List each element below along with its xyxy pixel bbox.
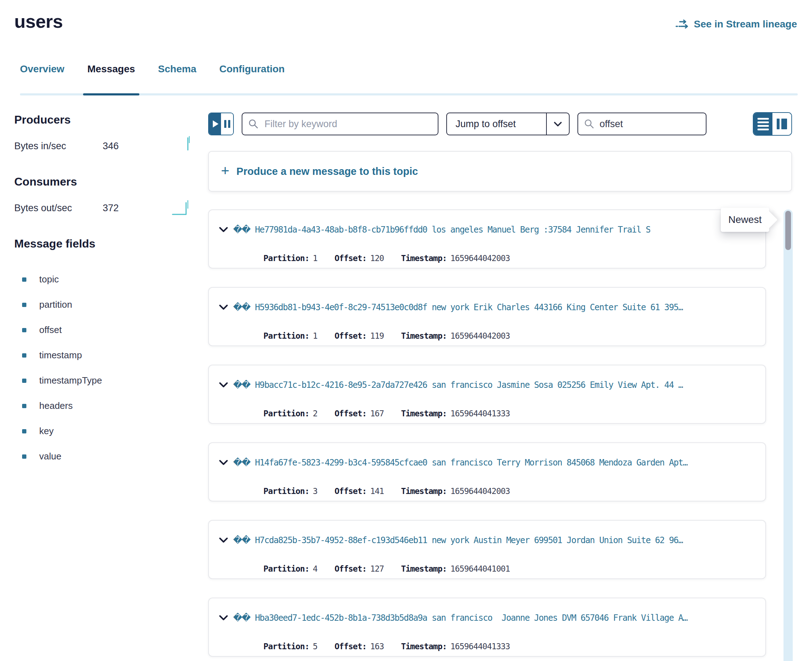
message-field-partition[interactable]: partition <box>14 292 208 317</box>
message-field-label: offset <box>39 324 62 335</box>
produce-message-button[interactable]: + Produce a new message to this topic <box>208 151 792 192</box>
message-list-scrollbar[interactable] <box>783 209 793 661</box>
tab-configuration[interactable]: Configuration <box>219 63 285 84</box>
message-meta: Partition:1Offset:119Timestamp:165964404… <box>236 322 510 346</box>
timestamp-label: Timestamp: <box>401 331 447 340</box>
offset-search-field <box>577 113 706 135</box>
newest-tooltip: Newest <box>721 208 769 232</box>
chevron-down-icon[interactable] <box>219 615 228 621</box>
message-field-label: key <box>39 426 53 437</box>
partition-label: Partition: <box>263 642 309 651</box>
offset-label: Offset: <box>334 642 367 651</box>
sidebar: Producers Bytes in/sec 346 Consumers Byt… <box>0 96 208 661</box>
jump-to-offset-select[interactable]: Jump to offset <box>446 113 570 135</box>
view-mode-toggle[interactable] <box>753 112 792 136</box>
play-button[interactable] <box>209 113 221 135</box>
message-field-timestamp[interactable]: timestamp <box>14 343 208 368</box>
lineage-arrow-icon <box>676 19 690 30</box>
produce-message-label: Produce a new message to this topic <box>236 166 418 177</box>
partition-value: 2 <box>313 409 318 418</box>
chevron-down-icon[interactable] <box>219 227 228 233</box>
message-field-topic[interactable]: topic <box>14 267 208 292</box>
chevron-down-icon[interactable] <box>219 382 228 388</box>
timestamp-label: Timestamp: <box>401 254 447 263</box>
replacement-glyphs: �� <box>233 457 250 468</box>
partition-value: 4 <box>313 564 318 573</box>
message-field-label: partition <box>39 299 72 310</box>
tab-messages[interactable]: Messages <box>87 63 135 84</box>
split-view-button[interactable] <box>772 113 791 135</box>
messages-toolbar: Jump to offset <box>208 113 792 135</box>
scrollbar-thumb[interactable] <box>785 211 791 250</box>
tab-schema[interactable]: Schema <box>158 63 196 84</box>
timestamp-value: 1659644041001 <box>450 564 510 573</box>
message-row[interactable]: �� H7cda825b-35b7-4952-88ef-c193d546eb11… <box>208 520 766 579</box>
partition-value: 1 <box>313 331 318 340</box>
message-meta: Partition:5Offset:163Timestamp:165964404… <box>236 632 510 657</box>
message-field-key[interactable]: key <box>14 418 208 444</box>
bullet-icon <box>22 429 26 433</box>
message-meta: Partition:1Offset:120Timestamp:165964404… <box>236 244 510 268</box>
replacement-glyphs: �� <box>233 613 250 623</box>
timestamp-label: Timestamp: <box>401 487 447 496</box>
chevron-down-icon[interactable] <box>547 113 569 135</box>
plus-icon: + <box>221 163 229 178</box>
tab-overview[interactable]: Overview <box>20 63 64 84</box>
filter-keyword-input[interactable] <box>242 113 439 135</box>
tab-bar: Overview Messages Schema Configuration <box>0 53 812 96</box>
play-pause-toggle[interactable] <box>208 113 234 135</box>
offset-label: Offset: <box>334 331 367 340</box>
split-view-icon <box>777 118 780 129</box>
replacement-glyphs: �� <box>233 380 250 390</box>
bullet-icon <box>22 353 26 358</box>
message-row[interactable]: �� He77981da-4a43-48ab-b8f8-cb71b96ffdd0… <box>208 209 766 268</box>
timestamp-value: 1659644041333 <box>450 642 510 651</box>
timestamp-value: 1659644041333 <box>450 409 510 418</box>
bytes-out-value: 372 <box>103 203 119 214</box>
offset-label: Offset: <box>334 409 367 418</box>
message-meta: Partition:4Offset:127Timestamp:165964404… <box>236 555 510 579</box>
bullet-icon <box>22 303 26 307</box>
timestamp-label: Timestamp: <box>401 409 447 418</box>
pause-button[interactable] <box>221 113 233 135</box>
message-row[interactable]: �� Hba30eed7-1edc-452b-8b1a-738d3b5d8a9a… <box>208 598 766 657</box>
chevron-down-icon[interactable] <box>219 460 228 465</box>
replacement-glyphs: �� <box>233 302 250 312</box>
offset-value: 163 <box>370 642 384 651</box>
timestamp-value: 1659644042003 <box>450 254 510 263</box>
message-field-label: topic <box>39 274 59 285</box>
consumers-heading: Consumers <box>14 175 208 188</box>
message-field-headers[interactable]: headers <box>14 393 208 418</box>
newest-tooltip-label: Newest <box>728 214 761 225</box>
chevron-down-icon[interactable] <box>219 537 228 543</box>
offset-value: 141 <box>370 487 384 496</box>
message-field-timestampType[interactable]: timestampType <box>14 368 208 393</box>
message-summary: He77981da-4a43-48ab-b8f8-cb71b96ffdd0 lo… <box>255 225 650 235</box>
search-icon <box>248 118 259 129</box>
bullet-icon <box>22 404 26 408</box>
message-fields-heading: Message fields <box>14 237 208 251</box>
message-list: �� He77981da-4a43-48ab-b8f8-cb71b96ffdd0… <box>208 209 766 657</box>
timestamp-label: Timestamp: <box>401 642 447 651</box>
replacement-glyphs: �� <box>233 224 250 235</box>
chevron-down-icon[interactable] <box>219 304 228 310</box>
message-row[interactable]: �� H14fa67fe-5823-4299-b3c4-595845cfcae0… <box>208 442 766 501</box>
partition-label: Partition: <box>263 254 309 263</box>
message-fields-section: Message fields topic partition offset ti… <box>14 237 208 469</box>
message-row[interactable]: �� H9bacc71c-b12c-4216-8e95-2a7da727e426… <box>208 365 766 424</box>
message-field-value[interactable]: value <box>14 444 208 469</box>
partition-label: Partition: <box>263 409 309 418</box>
message-field-offset[interactable]: offset <box>14 317 208 343</box>
offset-search-input[interactable] <box>577 113 706 135</box>
filter-field <box>242 113 439 135</box>
message-summary: H7cda825b-35b7-4952-88ef-c193d546eb11 ne… <box>255 535 683 545</box>
topic-page: users See in Stream lineage Overview Mes… <box>0 0 812 661</box>
producers-heading: Producers <box>14 113 208 126</box>
message-row[interactable]: �� H5936db81-b943-4e0f-8c29-74513e0c0d8f… <box>208 287 766 346</box>
stream-lineage-link[interactable]: See in Stream lineage <box>676 19 797 30</box>
bullet-icon <box>22 278 26 282</box>
list-view-icon <box>758 118 769 120</box>
message-field-label: timestampType <box>39 375 102 386</box>
offset-value: 120 <box>370 254 384 263</box>
list-view-button[interactable] <box>754 113 772 135</box>
